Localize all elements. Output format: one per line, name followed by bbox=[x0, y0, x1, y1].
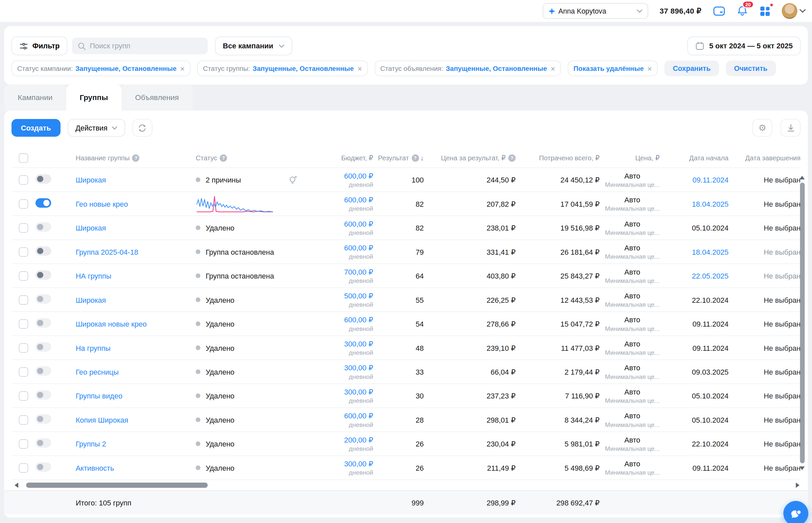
row-checkbox[interactable] bbox=[19, 415, 28, 424]
scroll-right-arrow[interactable] bbox=[796, 483, 799, 488]
create-button[interactable]: Создать bbox=[12, 119, 60, 137]
row-checkbox[interactable] bbox=[19, 223, 28, 232]
apps-grid-icon[interactable] bbox=[758, 4, 772, 18]
row-toggle[interactable] bbox=[35, 246, 51, 255]
row-toggle[interactable] bbox=[35, 294, 51, 303]
row-toggle[interactable] bbox=[35, 198, 51, 208]
group-name-link[interactable]: Широкая bbox=[68, 223, 106, 232]
group-name-link[interactable]: Широкая новые крео bbox=[68, 320, 147, 328]
budget-value[interactable]: 700,00 ₽ bbox=[305, 267, 373, 275]
budget-value[interactable]: 300,00 ₽ bbox=[305, 363, 373, 372]
scroll-down-arrow[interactable] bbox=[799, 466, 805, 470]
budget-value[interactable]: 600,00 ₽ bbox=[305, 171, 373, 180]
row-checkbox[interactable] bbox=[19, 175, 28, 184]
column-budget[interactable]: Бюджет, ₽ bbox=[305, 154, 373, 162]
settings-button[interactable]: ⚙ bbox=[752, 119, 772, 137]
save-filters-button[interactable]: Сохранить bbox=[665, 60, 719, 76]
scroll-left-arrow[interactable] bbox=[15, 483, 18, 488]
help-icon[interactable]: ? bbox=[412, 154, 419, 161]
avatar[interactable] bbox=[782, 3, 797, 19]
sort-desc-icon[interactable]: ↓ bbox=[420, 154, 424, 162]
group-name-link[interactable]: Активность bbox=[68, 464, 114, 472]
budget-value[interactable]: 200,00 ₽ bbox=[305, 436, 373, 444]
column-group-name[interactable]: Название группы? bbox=[68, 154, 196, 162]
row-checkbox[interactable] bbox=[19, 439, 28, 449]
group-name-link[interactable]: Гео новые крео bbox=[68, 200, 128, 208]
search-input[interactable] bbox=[90, 42, 194, 50]
group-name-link[interactable]: НА группы bbox=[68, 272, 111, 280]
budget-value[interactable]: 300,00 ₽ bbox=[305, 340, 373, 348]
export-button[interactable] bbox=[780, 119, 800, 137]
row-checkbox[interactable] bbox=[19, 271, 28, 280]
group-name-link[interactable]: Группа 2025-04-18 bbox=[68, 248, 138, 256]
budget-value[interactable]: 500,00 ₽ bbox=[305, 291, 373, 300]
group-name-link[interactable]: Группы видео bbox=[68, 392, 123, 400]
select-all-checkbox[interactable] bbox=[19, 153, 28, 162]
budget-value[interactable]: 600,00 ₽ bbox=[305, 195, 373, 204]
vertical-scrollbar-thumb[interactable] bbox=[800, 182, 805, 463]
horizontal-scrollbar-thumb[interactable] bbox=[26, 483, 208, 488]
row-toggle[interactable] bbox=[35, 414, 51, 423]
wallet-icon[interactable] bbox=[712, 4, 726, 18]
row-toggle[interactable] bbox=[35, 270, 51, 279]
row-toggle[interactable] bbox=[35, 366, 51, 376]
column-spent-total[interactable]: Потрачено всего, ₽ bbox=[516, 154, 600, 162]
group-name-link[interactable]: Группы 2 bbox=[68, 439, 106, 448]
clear-filters-button[interactable]: Очистить bbox=[725, 60, 776, 76]
group-name-link[interactable]: На группы bbox=[68, 343, 111, 352]
budget-value[interactable]: 600,00 ₽ bbox=[305, 411, 373, 420]
column-end-date[interactable]: Дата завершения bbox=[728, 154, 800, 162]
group-name-link[interactable]: Широкая bbox=[68, 176, 106, 184]
column-result[interactable]: Результат?↓ bbox=[373, 154, 424, 162]
close-icon[interactable]: × bbox=[180, 65, 185, 73]
column-status[interactable]: Статус? bbox=[196, 154, 305, 162]
scroll-up-arrow[interactable] bbox=[799, 176, 805, 180]
recommendation-bulb-icon[interactable] bbox=[288, 175, 298, 184]
close-icon[interactable]: × bbox=[551, 65, 555, 73]
row-checkbox[interactable] bbox=[19, 463, 28, 472]
support-chat-button[interactable] bbox=[783, 501, 808, 523]
campaign-select[interactable]: Все кампании bbox=[215, 36, 292, 55]
column-cost-per-result[interactable]: Цена за результат, ₽? bbox=[424, 154, 516, 162]
tab-campaigns[interactable]: Кампании bbox=[4, 85, 66, 111]
group-name-link[interactable]: Гео ресницы bbox=[68, 368, 119, 376]
group-name-link[interactable]: Широкая bbox=[68, 295, 106, 304]
group-name-link[interactable]: Копия Широкая bbox=[68, 416, 128, 424]
row-toggle[interactable] bbox=[35, 463, 51, 472]
row-toggle[interactable] bbox=[35, 390, 51, 399]
column-price[interactable]: Цена, ₽ bbox=[600, 154, 660, 162]
row-checkbox[interactable] bbox=[19, 247, 28, 256]
tab-groups[interactable]: Группы bbox=[66, 85, 121, 111]
row-checkbox[interactable] bbox=[19, 295, 28, 304]
refresh-button[interactable] bbox=[132, 119, 152, 137]
account-select[interactable]: Anna Kopytova bbox=[543, 3, 648, 19]
cost-per-result-value: 403,80 ₽ bbox=[424, 272, 516, 280]
help-icon[interactable]: ? bbox=[132, 154, 140, 161]
close-icon[interactable]: × bbox=[358, 65, 362, 73]
row-toggle[interactable] bbox=[35, 174, 51, 183]
budget-value[interactable]: 300,00 ₽ bbox=[305, 459, 373, 468]
row-toggle[interactable] bbox=[35, 318, 51, 328]
help-icon[interactable]: ? bbox=[220, 154, 227, 161]
filter-button[interactable]: Фильтр bbox=[12, 36, 68, 55]
profile-chevron-down-icon[interactable] bbox=[799, 9, 806, 13]
budget-value[interactable]: 600,00 ₽ bbox=[305, 244, 373, 252]
budget-value[interactable]: 300,00 ₽ bbox=[305, 387, 373, 396]
row-toggle[interactable] bbox=[35, 342, 51, 351]
budget-value[interactable]: 600,00 ₽ bbox=[305, 219, 373, 228]
row-toggle[interactable] bbox=[35, 222, 51, 232]
notifications-bell-icon[interactable]: 20 bbox=[735, 4, 749, 18]
row-checkbox[interactable] bbox=[19, 199, 28, 208]
date-range-picker[interactable]: 5 окт 2024 — 5 окт 2025 bbox=[687, 36, 800, 55]
budget-value[interactable]: 600,00 ₽ bbox=[305, 315, 373, 324]
column-start-date[interactable]: Дата начала bbox=[660, 154, 728, 162]
row-checkbox[interactable] bbox=[19, 367, 28, 376]
actions-dropdown[interactable]: Действия bbox=[68, 119, 125, 137]
help-icon[interactable]: ? bbox=[508, 154, 516, 161]
row-checkbox[interactable] bbox=[19, 343, 28, 353]
row-checkbox[interactable] bbox=[19, 319, 28, 328]
row-toggle[interactable] bbox=[35, 438, 51, 448]
row-checkbox[interactable] bbox=[19, 391, 28, 400]
tab-ads[interactable]: Объявления bbox=[122, 85, 193, 111]
close-icon[interactable]: × bbox=[647, 65, 652, 73]
